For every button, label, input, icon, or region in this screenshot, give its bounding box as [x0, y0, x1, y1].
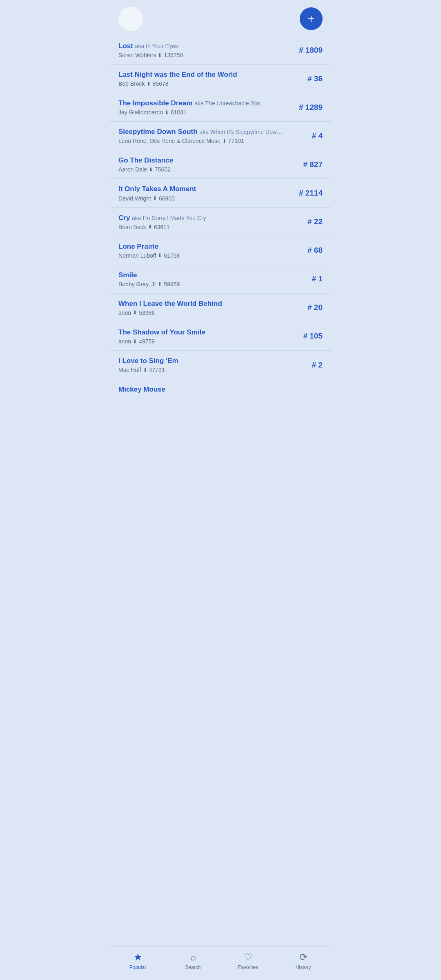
- song-downloads: 47731: [149, 367, 165, 373]
- song-info: Lost aka In Your Eyes Soren Wohlers⬇ 135…: [118, 42, 294, 58]
- download-icon: ⬇: [133, 310, 137, 316]
- song-item[interactable]: The Impossible Dream aka The Unreachable…: [110, 93, 331, 122]
- song-item[interactable]: Cry aka I'm Sorry I Made You Cry Brian B…: [110, 208, 331, 236]
- song-artist: Bob Brock: [118, 80, 145, 87]
- song-title: Smile: [118, 271, 137, 279]
- song-number: # 2: [294, 361, 323, 370]
- song-meta: Bob Brock⬇ 85678: [118, 80, 289, 87]
- download-icon: ⬇: [222, 138, 227, 144]
- song-meta: Leon Rene, Otis Rene & Clarence Muse⬇ 77…: [118, 138, 289, 144]
- song-title: Mickey Mouse: [118, 385, 165, 393]
- song-meta: anon⬇ 53986: [118, 310, 289, 316]
- song-artist: Soren Wohlers: [118, 52, 156, 58]
- song-info: Mickey Mouse: [118, 385, 323, 394]
- plus-icon: +: [308, 13, 314, 24]
- song-aka: aka In Your Eyes: [135, 43, 178, 49]
- song-info: Smile Bobby Gray, Jr⬇ 59959: [118, 271, 294, 287]
- favorites-nav-label: Favorites: [238, 964, 258, 970]
- song-meta: anon⬇ 49759: [118, 338, 289, 345]
- song-item[interactable]: The Shadow of Your Smile anon⬇ 49759 # 1…: [110, 322, 331, 351]
- add-button[interactable]: +: [300, 7, 323, 30]
- song-title: I Love to Sing 'Em: [118, 357, 178, 365]
- song-aka: aka When It's Sleepytime Dow…: [199, 129, 282, 135]
- song-info: Cry aka I'm Sorry I Made You Cry Brian B…: [118, 214, 294, 230]
- song-number: # 1: [294, 274, 323, 283]
- song-title: Go The Distance: [118, 156, 173, 164]
- song-item[interactable]: Last Night was the End of the World Bob …: [110, 65, 331, 93]
- song-info: Last Night was the End of the World Bob …: [118, 70, 294, 87]
- song-artist: Aaron Dale: [118, 166, 147, 173]
- song-downloads: 53986: [139, 310, 155, 316]
- song-aka: aka The Unreachable Star: [194, 100, 261, 107]
- song-meta: Aaron Dale⬇ 75652: [118, 166, 289, 173]
- song-item[interactable]: Lone Prairie Norman Luboff⬇ 61758 # 68: [110, 236, 331, 265]
- song-info: Go The Distance Aaron Dale⬇ 75652: [118, 156, 294, 173]
- app-logo: [118, 7, 143, 31]
- song-number: # 20: [294, 303, 323, 312]
- song-number: # 22: [294, 217, 323, 226]
- nav-item-history[interactable]: ⟳ History: [276, 951, 331, 970]
- song-info: When I Leave the World Behind anon⬇ 5398…: [118, 299, 294, 316]
- song-title: Lost aka In Your Eyes: [118, 42, 178, 50]
- song-number: # 827: [294, 160, 323, 169]
- song-title: The Shadow of Your Smile: [118, 328, 205, 336]
- song-aka: aka I'm Sorry I Made You Cry: [132, 215, 206, 221]
- history-nav-icon: ⟳: [299, 951, 307, 963]
- song-item[interactable]: Go The Distance Aaron Dale⬇ 75652 # 827: [110, 150, 331, 179]
- song-downloads: 63611: [154, 224, 170, 230]
- header: +: [110, 0, 331, 36]
- nav-item-popular[interactable]: ★ Popular: [110, 951, 165, 970]
- song-artist: anon: [118, 310, 131, 316]
- song-downloads: 49759: [139, 338, 155, 345]
- song-item[interactable]: Smile Bobby Gray, Jr⬇ 59959 # 1: [110, 265, 331, 294]
- download-icon: ⬇: [158, 52, 162, 58]
- song-item[interactable]: Mickey Mouse: [110, 379, 331, 400]
- song-number: # 68: [294, 246, 323, 255]
- song-number: # 105: [294, 332, 323, 341]
- nav-item-favorites[interactable]: ♡ Favorites: [220, 951, 276, 970]
- song-item[interactable]: Lost aka In Your Eyes Soren Wohlers⬇ 135…: [110, 36, 331, 65]
- song-artist: Bobby Gray, Jr: [118, 281, 156, 287]
- nav-item-search[interactable]: ⌕ Search: [165, 951, 220, 970]
- song-artist: Norman Luboff: [118, 252, 156, 259]
- song-downloads: 135250: [164, 52, 183, 58]
- song-downloads: 77101: [228, 138, 244, 144]
- download-icon: ⬇: [165, 109, 169, 116]
- song-title: Cry aka I'm Sorry I Made You Cry: [118, 214, 206, 222]
- song-info: I Love to Sing 'Em Mac Huff⬇ 47731: [118, 356, 294, 373]
- download-icon: ⬇: [153, 195, 157, 201]
- song-artist: Jay Giallombardo: [118, 109, 163, 116]
- song-meta: Mac Huff⬇ 47731: [118, 367, 289, 373]
- song-info: Sleepytime Down South aka When It's Slee…: [118, 127, 294, 144]
- song-number: # 4: [294, 131, 323, 140]
- song-number: # 1289: [294, 103, 323, 112]
- song-number: # 2114: [294, 189, 323, 198]
- song-list: Lost aka In Your Eyes Soren Wohlers⬇ 135…: [110, 36, 331, 441]
- song-item[interactable]: Sleepytime Down South aka When It's Slee…: [110, 122, 331, 150]
- song-item[interactable]: It Only Takes A Moment David Wright⬇ 669…: [110, 179, 331, 207]
- song-info: The Impossible Dream aka The Unreachable…: [118, 99, 294, 116]
- bottom-nav: ★ Popular ⌕ Search ♡ Favorites ⟳ History: [110, 946, 331, 980]
- popular-nav-label: Popular: [129, 964, 146, 970]
- download-icon: ⬇: [158, 281, 162, 287]
- song-info: The Shadow of Your Smile anon⬇ 49759: [118, 328, 294, 345]
- song-item[interactable]: I Love to Sing 'Em Mac Huff⬇ 47731 # 2: [110, 351, 331, 379]
- song-info: It Only Takes A Moment David Wright⬇ 669…: [118, 185, 294, 201]
- song-title: The Impossible Dream aka The Unreachable…: [118, 99, 261, 107]
- song-title: Lone Prairie: [118, 243, 158, 250]
- song-title: Last Night was the End of the World: [118, 71, 237, 78]
- song-info: Lone Prairie Norman Luboff⬇ 61758: [118, 242, 294, 259]
- download-icon: ⬇: [133, 339, 137, 345]
- song-item[interactable]: When I Leave the World Behind anon⬇ 5398…: [110, 294, 331, 322]
- song-artist: David Wright: [118, 195, 151, 202]
- download-icon: ⬇: [158, 252, 162, 258]
- song-title: When I Leave the World Behind: [118, 300, 222, 307]
- song-number: # 1809: [294, 46, 323, 55]
- search-nav-icon: ⌕: [190, 951, 196, 963]
- song-meta: Brian Beck⬇ 63611: [118, 224, 289, 230]
- song-meta: Norman Luboff⬇ 61758: [118, 252, 289, 259]
- song-downloads: 61758: [164, 252, 180, 259]
- song-artist: Mac Huff: [118, 367, 141, 373]
- song-artist: Brian Beck: [118, 224, 146, 230]
- song-downloads: 59959: [164, 281, 180, 287]
